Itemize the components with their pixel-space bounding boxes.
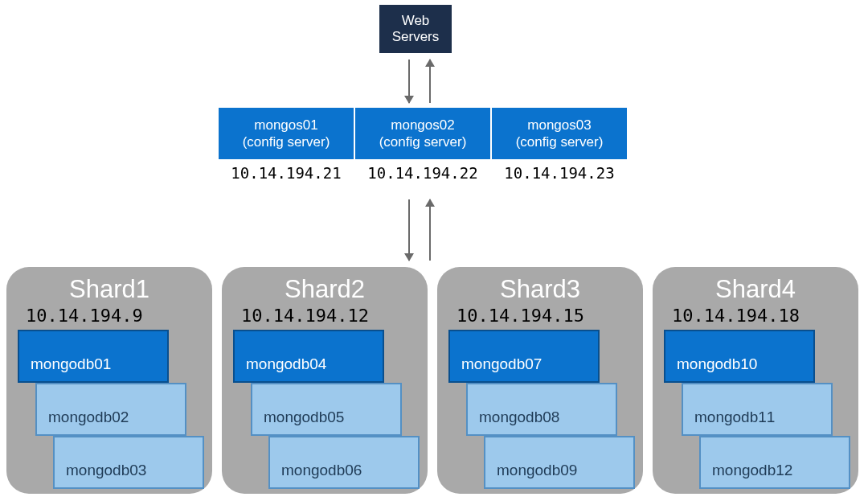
- mongos-box-1: mongos01 (config server): [219, 108, 354, 159]
- mongos-name: mongos01: [254, 117, 317, 133]
- db-label: mongodb01: [31, 355, 111, 373]
- web-servers-label: Web Servers: [392, 13, 440, 46]
- mongos-name: mongos03: [527, 117, 591, 133]
- shard-title: Shard1: [6, 275, 212, 304]
- db-label: mongodb03: [66, 462, 146, 479]
- web-servers-box: Web Servers: [379, 5, 452, 53]
- mongos-ip: 10.14.194.23: [492, 164, 627, 182]
- db-label: mongodb06: [281, 462, 362, 479]
- shard-ip: 10.14.194.18: [672, 306, 800, 326]
- arrow-mongos-to-shards-down: [408, 199, 410, 261]
- shard-title: Shard4: [653, 275, 858, 304]
- mongos-sub: (config server): [516, 133, 604, 150]
- db-secondary: mongodb12: [699, 436, 850, 489]
- db-label: mongodb08: [479, 409, 559, 426]
- db-label: mongodb02: [48, 409, 129, 426]
- shard-title: Shard2: [222, 275, 428, 304]
- arrow-shards-to-mongos-up: [429, 199, 431, 261]
- db-secondary: mongodb05: [251, 383, 402, 436]
- mongos-box-2: mongos02 (config server): [355, 108, 490, 159]
- shard-ip: 10.14.194.15: [457, 306, 584, 326]
- db-secondary: mongodb06: [268, 436, 420, 489]
- mongos-row: mongos01 (config server) mongos02 (confi…: [219, 108, 627, 159]
- mongos-ip: 10.14.194.21: [219, 164, 354, 182]
- db-label: mongodb04: [246, 355, 326, 373]
- mongos-ip-row: 10.14.194.21 10.14.194.22 10.14.194.23: [219, 164, 627, 182]
- arrow-mongos-to-web-up: [429, 60, 431, 103]
- db-primary: mongodb07: [448, 330, 600, 383]
- shard-3: Shard3 10.14.194.15 mongodb07 mongodb08 …: [437, 267, 643, 494]
- db-label: mongodb11: [694, 409, 775, 426]
- db-primary: mongodb01: [18, 330, 169, 383]
- db-primary: mongodb04: [233, 330, 384, 383]
- db-secondary: mongodb11: [682, 383, 833, 436]
- shards-row: Shard1 10.14.194.9 mongodb01 mongodb02 m…: [6, 267, 858, 494]
- db-secondary: mongodb03: [53, 436, 204, 489]
- db-label: mongodb07: [461, 355, 542, 373]
- shard-1: Shard1 10.14.194.9 mongodb01 mongodb02 m…: [6, 267, 212, 494]
- db-label: mongodb10: [677, 355, 757, 373]
- mongos-box-3: mongos03 (config server): [492, 108, 627, 159]
- db-secondary: mongodb09: [484, 436, 635, 489]
- mongos-sub: (config server): [379, 133, 467, 150]
- shard-ip: 10.14.194.9: [26, 306, 143, 326]
- shard-ip: 10.14.194.12: [241, 306, 369, 326]
- shard-title: Shard3: [437, 275, 643, 304]
- db-primary: mongodb10: [664, 330, 815, 383]
- db-secondary: mongodb08: [466, 383, 617, 436]
- mongos-ip: 10.14.194.22: [355, 164, 490, 182]
- arrow-web-to-mongos-down: [408, 60, 410, 103]
- db-label: mongodb05: [264, 409, 344, 426]
- db-secondary: mongodb02: [35, 383, 186, 436]
- shard-4: Shard4 10.14.194.18 mongodb10 mongodb11 …: [653, 267, 858, 494]
- db-label: mongodb09: [497, 462, 577, 479]
- shard-2: Shard2 10.14.194.12 mongodb04 mongodb05 …: [222, 267, 428, 494]
- db-label: mongodb12: [712, 462, 792, 479]
- mongos-sub: (config server): [243, 133, 330, 150]
- mongos-name: mongos02: [391, 117, 454, 133]
